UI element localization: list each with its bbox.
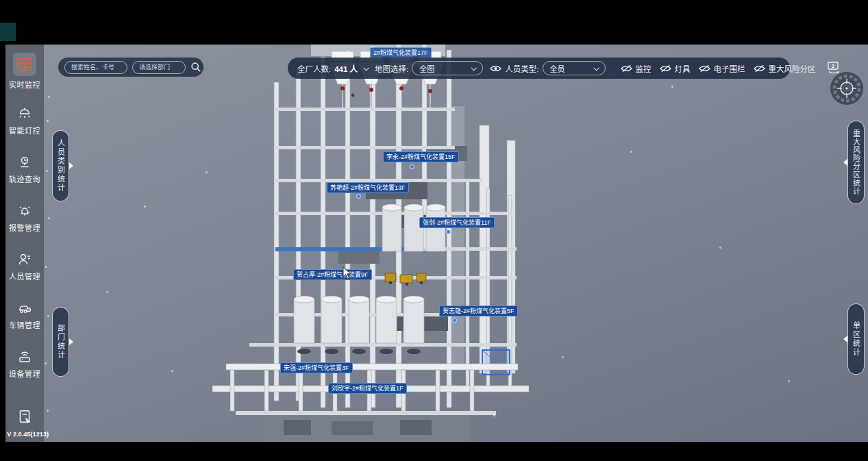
chevron-down-icon: [364, 65, 369, 71]
sidebar-item-label: 车辆管理: [9, 319, 40, 330]
toggle-major-risk-zone[interactable]: 重大风险分区: [754, 63, 816, 74]
person-visibility-group: 人员类型: 全员: [490, 61, 605, 75]
panel-tab-department-stats[interactable]: 部门统计: [52, 307, 69, 377]
total-people-count[interactable]: 全厂人数: 441 人: [297, 63, 368, 74]
map-select-label: 地图选择:: [375, 63, 408, 74]
search-name-input[interactable]: [64, 61, 127, 74]
chevron-down-icon: [593, 65, 599, 71]
panel-tab-person-category-stats[interactable]: 人员类别统计: [52, 130, 69, 201]
track-camera-icon: [16, 154, 33, 171]
toggle-label: 重大风险分区: [769, 63, 816, 74]
sidebar-item-label: 报警管理: [9, 222, 40, 233]
sidebar-item-alarm-management[interactable]: 报警管理: [5, 199, 44, 247]
vehicle-gear-icon: [16, 300, 33, 316]
panel-tab-single-zone-stats[interactable]: 单区统计: [847, 303, 865, 375]
map-select-value: 全图: [419, 63, 434, 74]
person-marker[interactable]: [446, 229, 451, 234]
sidebar-item-vehicle-management[interactable]: 车辆管理: [5, 296, 44, 345]
top-left-marker: [0, 23, 16, 41]
chevron-down-icon: [471, 65, 477, 71]
sidebar-item-device-management[interactable]: 设备管理: [5, 345, 44, 393]
person-marker[interactable]: [410, 164, 414, 169]
sidebar-item-smart-lighting[interactable]: 智能灯控: [5, 101, 44, 150]
select-department-input[interactable]: [132, 61, 186, 74]
panel-tab-major-risk-zone-stats[interactable]: 重大风险分区统计: [847, 121, 865, 204]
eye-off-icon: [660, 64, 671, 73]
sidebar-item-label: 实时监控: [9, 79, 40, 90]
panel-tab-label: 单区统计: [851, 321, 862, 357]
arrow-right-icon: [69, 338, 73, 345]
device-router-icon: [16, 349, 33, 365]
sidebar-item-label: 设备管理: [9, 368, 40, 379]
person-label[interactable]: 苏艳超-2#粉煤气化装置13F: [327, 182, 409, 193]
toggle-electronic-fence[interactable]: 电子围栏: [699, 63, 745, 74]
toggle-label: 灯具: [675, 63, 691, 74]
map-select-group: 地图选择: 全图: [375, 61, 483, 75]
toggle-monitor[interactable]: 监控: [621, 63, 652, 74]
eye-off-icon: [621, 64, 632, 73]
monitor-pulse-icon: [13, 53, 36, 76]
sidebar-item-label: 人员管理: [9, 271, 40, 282]
person-label[interactable]: 2#粉煤气化装置17F: [370, 47, 432, 58]
sidebar-item-label: 智能灯控: [9, 125, 40, 136]
eye-off-icon: [754, 64, 765, 73]
smart-lamp-icon: [16, 105, 33, 122]
panel-tab-label: 部门统计: [55, 324, 66, 360]
person-label[interactable]: 贺志雄-2#粉煤气化装置5F: [439, 306, 518, 316]
main-stage: 2#粉煤气化装置17F 李永-2#粉煤气化装置15F 苏艳超-2#粉煤气化装置1…: [0, 45, 868, 442]
search-bar: [58, 58, 203, 77]
person-type-dropdown[interactable]: 全员: [543, 61, 606, 75]
view-switch-glyph: 2: [831, 63, 834, 69]
alarm-bell-icon: [16, 203, 33, 219]
total-people-value: 441 人: [334, 63, 358, 74]
compass-control[interactable]: [829, 71, 865, 109]
sidebar-item-label: 轨迹查询: [9, 173, 40, 184]
toggle-lights[interactable]: 灯具: [660, 63, 691, 74]
map-select-dropdown[interactable]: 全图: [412, 61, 483, 75]
eye-off-icon: [699, 64, 710, 73]
total-people-label: 全厂人数:: [297, 63, 331, 74]
person-marker[interactable]: [356, 194, 361, 199]
viewport-3d[interactable]: [44, 45, 868, 442]
arrow-left-icon: [843, 336, 847, 342]
person-type-label: 人员类型:: [505, 63, 538, 74]
arrow-left-icon: [843, 159, 847, 166]
search-icon[interactable]: [190, 62, 201, 73]
person-list-icon: [16, 251, 33, 268]
person-type-value: 全员: [550, 63, 565, 74]
person-label[interactable]: 宋强-2#粉煤气化装置3F: [280, 362, 353, 373]
panel-tab-label: 人员类别统计: [55, 139, 66, 192]
sidebar-item-personnel-management[interactable]: 人员管理: [5, 247, 44, 296]
main-toolbar: 全厂人数: 441 人 地图选择: 全图 人员类型: 全员: [288, 58, 790, 79]
person-label[interactable]: 刘欣宇-2#粉煤气化装置1F: [328, 383, 407, 394]
toggle-label: 电子围栏: [714, 63, 745, 74]
mouse-cursor: [343, 266, 352, 280]
sidebar-footer: V 2.0.45(1213): [5, 408, 44, 442]
3d-building-scene[interactable]: [44, 45, 868, 442]
person-marker[interactable]: [452, 318, 457, 323]
sidebar-item-realtime-monitor[interactable]: 实时监控: [5, 53, 44, 101]
person-label[interactable]: 李永-2#粉煤气化装置15F: [383, 151, 459, 162]
log-exit-icon[interactable]: [5, 408, 44, 425]
arrow-right-icon: [69, 162, 73, 169]
app-version: V 2.0.45(1213): [7, 430, 42, 437]
person-label[interactable]: 张剑-2#粉煤气化装置11F: [419, 217, 495, 228]
person-label[interactable]: 贺占厚-2#粉煤气化装置9F: [293, 269, 372, 280]
toggle-label: 监控: [636, 63, 652, 74]
sidebar-nav: 实时监控 智能灯控: [5, 45, 44, 442]
sidebar-item-track-query[interactable]: 轨迹查询: [5, 150, 44, 199]
eye-open-icon[interactable]: [490, 64, 501, 73]
panel-tab-label: 重大风险分区统计: [851, 129, 862, 195]
